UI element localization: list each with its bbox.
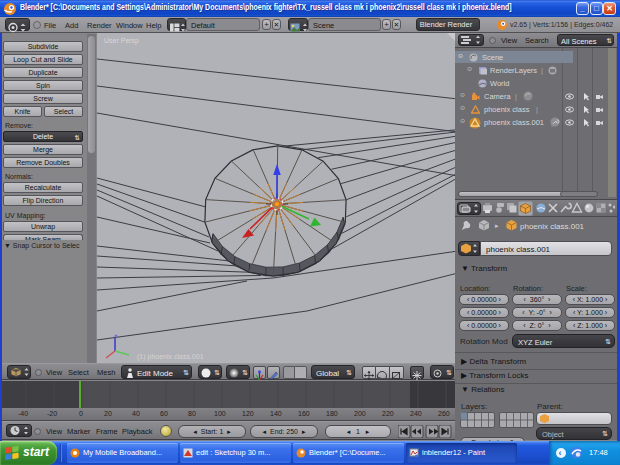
svg-text:(1) phoenix class.001: (1) phoenix class.001: [137, 353, 204, 361]
svg-text:User Persp: User Persp: [104, 37, 139, 45]
